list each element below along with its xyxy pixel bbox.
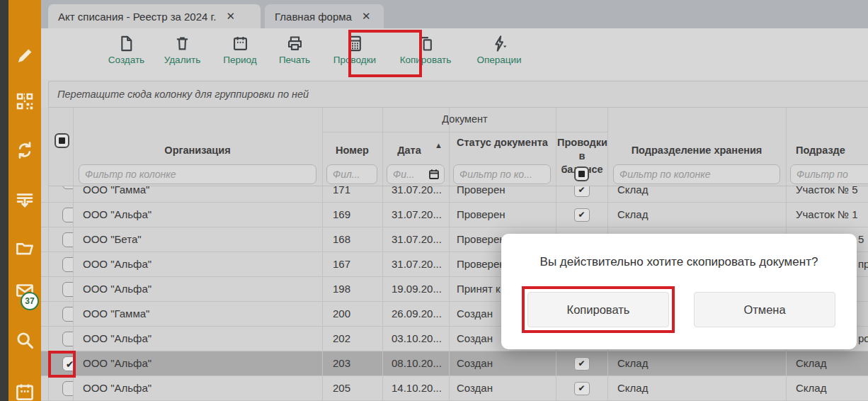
postings-button[interactable]: Проводки: [332, 34, 377, 65]
check-icon: ✔: [578, 210, 585, 219]
cell-number: 203: [322, 351, 382, 375]
cell-status: Создан: [449, 376, 556, 400]
tab-act-registry[interactable]: Акт списания - Реестр за 2024 г. ✕: [48, 4, 261, 28]
column-header-storage[interactable]: Подразделение хранения: [607, 145, 786, 156]
search-icon[interactable]: [14, 329, 35, 351]
check-icon: ✔: [578, 186, 585, 194]
table-row[interactable]: ✔ ООО "Альфа" 205 14.10.20... Создан ✔ С…: [41, 376, 868, 401]
cell-number: 205: [322, 376, 382, 400]
toolbar-button-label: Удалить: [164, 55, 201, 65]
cell-number: 169: [322, 203, 382, 227]
close-icon[interactable]: ✕: [226, 10, 235, 23]
column-header-department[interactable]: Подразде: [786, 145, 868, 156]
period-button[interactable]: Период: [222, 34, 258, 65]
column-header-organization[interactable]: Организация: [73, 145, 322, 156]
row-checkbox[interactable]: ✔: [62, 232, 73, 247]
sidebar: [8, 0, 41, 401]
window-edge-strip: [0, 0, 8, 401]
cell-organization: ООО "Альфа": [73, 327, 322, 351]
printer-icon: [285, 34, 304, 53]
cell-number: 198: [322, 277, 382, 301]
cell-department: Склад: [786, 376, 868, 400]
filter-number[interactable]: [326, 164, 377, 184]
create-button[interactable]: Создать: [107, 34, 146, 65]
table-header: Документ Организация Номер Дата ▲ Статус…: [41, 108, 868, 186]
group-header-document: Документ: [322, 113, 607, 125]
group-by-dropzone[interactable]: Перетащите сюда колонку для группировки …: [48, 81, 868, 108]
row-checkbox[interactable]: ✔: [62, 356, 73, 371]
row-checkbox[interactable]: ✔: [62, 208, 73, 222]
cell-storage: Склад: [607, 376, 786, 400]
pencil-icon[interactable]: [14, 44, 35, 65]
toolbar-button-label: Период: [223, 55, 256, 65]
filter-storage[interactable]: [613, 164, 780, 184]
column-header-number[interactable]: Номер: [322, 145, 382, 156]
row-checkbox[interactable]: ✔: [62, 257, 73, 272]
row-checkbox[interactable]: ✔: [62, 282, 73, 297]
balance-check: ✔: [574, 208, 590, 222]
cell-organization: ООО "Альфа": [73, 376, 322, 400]
row-checkbox[interactable]: ✔: [62, 186, 73, 189]
row-checkbox[interactable]: ✔: [62, 307, 73, 322]
row-checkbox[interactable]: ✔: [62, 332, 73, 346]
list-download-icon[interactable]: [14, 189, 35, 210]
copy-confirmation-dialog: Вы действительно хотите скопировать доку…: [501, 234, 857, 349]
table-row[interactable]: ✔ ООО "Альфа" 169 31.07.20... Проверен ✔…: [41, 203, 868, 227]
cell-organization: ООО "Альфа": [73, 252, 322, 276]
cell-organization: ООО "Бета": [73, 227, 322, 252]
table-row[interactable]: ✔ ООО "Альфа" 203 08.10.20... Создан ✔ С…: [41, 351, 868, 376]
table-row[interactable]: ✔ ООО "Гамма" 171 31.07.20... Проверен ✔…: [41, 186, 868, 203]
cell-number: 171: [322, 186, 382, 202]
column-header-status[interactable]: Статус документа: [457, 136, 556, 149]
copy-icon: [416, 34, 435, 53]
copy-button[interactable]: Копировать: [397, 34, 454, 65]
cell-number: 168: [322, 227, 382, 252]
dialog-cancel-button[interactable]: Отмена: [694, 292, 835, 327]
cell-storage: Склад: [607, 203, 786, 227]
cell-date: 31.07.20...: [382, 252, 449, 276]
tab-bar: Акт списания - Реестр за 2024 г. ✕ Главн…: [41, 0, 868, 28]
new-document-icon: [117, 34, 136, 53]
delete-button[interactable]: Удалить: [163, 34, 202, 65]
cell-number: 200: [322, 302, 382, 326]
toolbar-button-label: Создать: [108, 55, 144, 65]
cell-organization: ООО "Альфа": [73, 203, 322, 227]
cell-date: 14.10.20...: [382, 376, 449, 400]
group-hint-text: Перетащите сюда колонку для группировки …: [49, 89, 309, 100]
row-checkbox[interactable]: ✔: [62, 381, 73, 396]
sync-icon[interactable]: [14, 140, 35, 161]
cell-date: 31.07.20...: [382, 186, 449, 202]
filter-balance-checkbox[interactable]: [574, 166, 589, 181]
cell-organization: ООО "Гамма": [73, 186, 322, 202]
column-header-date[interactable]: Дата: [382, 145, 436, 156]
trash-icon: [173, 34, 192, 53]
folder-icon[interactable]: [14, 237, 35, 259]
filter-status[interactable]: [453, 164, 551, 184]
cell-date: 31.07.20...: [382, 227, 449, 252]
print-button[interactable]: Печать: [276, 34, 313, 65]
filter-organization[interactable]: [79, 164, 316, 184]
cell-organization: ООО "Альфа": [73, 351, 322, 375]
toolbar-button-label: Проводки: [333, 55, 376, 65]
close-icon[interactable]: ✕: [362, 10, 371, 23]
mail-badge: 37: [21, 292, 39, 310]
dialog-copy-button[interactable]: Копировать: [527, 292, 669, 327]
toolbar: Создать Удалить Период Печать Проводки: [41, 28, 868, 79]
cell-organization: ООО "Альфа": [73, 277, 322, 301]
cell-status: Проверен: [449, 203, 556, 227]
tab-main-form[interactable]: Главная форма ✕: [265, 4, 384, 28]
filter-department[interactable]: [790, 164, 868, 184]
app-window: 37 Акт списания - Реестр за 2024 г. ✕ Гл…: [0, 0, 868, 401]
operations-button[interactable]: Операции: [475, 34, 523, 65]
tab-title: Главная форма: [275, 11, 352, 23]
tab-title: Акт списания - Реестр за 2024 г.: [58, 11, 216, 23]
toolbar-button-label: Копировать: [400, 55, 452, 65]
qr-code-icon[interactable]: [14, 91, 35, 112]
calendar-icon[interactable]: [428, 168, 440, 183]
balance-check: ✔: [574, 186, 590, 197]
select-all-checkbox[interactable]: [55, 133, 69, 148]
balance-check: ✔: [574, 382, 590, 395]
check-icon: ✔: [66, 359, 73, 369]
calendar-icon[interactable]: [14, 381, 35, 401]
toolbar-button-label: Операции: [476, 55, 521, 65]
